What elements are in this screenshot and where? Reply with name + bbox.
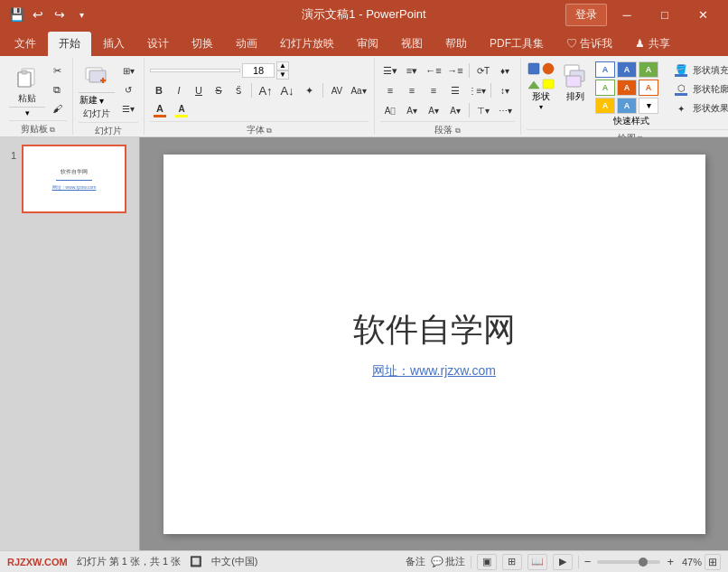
quick-style-4[interactable]: A (595, 80, 615, 96)
increase-indent[interactable]: →≡ (445, 61, 465, 80)
change-case-button[interactable]: Aa▾ (349, 81, 369, 99)
slide-main-title[interactable]: 软件自学网 (353, 308, 516, 352)
layout-button[interactable]: ⊞▾ (118, 61, 138, 80)
quick-style-7[interactable]: A (595, 98, 615, 114)
shapes-button[interactable]: 形状 ▾ (527, 61, 555, 111)
slide-preview-1[interactable]: 软件自学网 网址：www.rjzxw.com (22, 145, 126, 213)
paste-dropdown[interactable]: ▾ (9, 107, 45, 118)
align-left[interactable]: ≡ (380, 81, 400, 99)
font-size-decrease2[interactable]: A↓ (277, 81, 297, 99)
tab-home[interactable]: 开始 (48, 32, 91, 56)
font-size-decrease[interactable]: ▼ (276, 70, 289, 80)
tab-tell-me[interactable]: ♡ 告诉我 (555, 32, 623, 56)
italic-button[interactable]: I (170, 81, 188, 99)
columns-button[interactable]: ⋮≡▾ (467, 81, 487, 99)
shape-fill-button[interactable]: 🪣 (671, 61, 691, 80)
font-size-increase2[interactable]: A↑ (256, 81, 275, 99)
quick-style-8[interactable]: A (617, 98, 637, 114)
tab-file[interactable]: 文件 (4, 32, 47, 56)
paste-button[interactable]: 粘贴 (9, 61, 45, 107)
char-spacing-button[interactable]: AV (327, 81, 347, 99)
zoom-slider[interactable] (597, 560, 660, 564)
cut-button[interactable]: ✂ (47, 61, 67, 80)
language-indicator[interactable]: 中文(中国) (211, 555, 257, 568)
zoom-in-button[interactable]: + (667, 555, 674, 568)
quick-style-2[interactable]: A (617, 61, 637, 78)
slide-sorter-button[interactable]: ⊞ (502, 554, 522, 570)
zoom-out-button[interactable]: − (584, 555, 592, 568)
section-button[interactable]: ☰▾ (118, 99, 138, 117)
customize-qat-icon[interactable]: ▾ (72, 5, 90, 23)
font-name-input[interactable] (150, 69, 240, 72)
slideshow-button[interactable]: ▶ (553, 554, 573, 570)
text-direction-button[interactable]: ⟳T (473, 61, 493, 80)
tab-slideshow[interactable]: 幻灯片放映 (269, 32, 345, 56)
text-outline[interactable]: A▾ (424, 101, 443, 119)
decrease-indent[interactable]: ←≡ (424, 61, 443, 80)
save-icon[interactable]: 💾 (7, 5, 25, 23)
align-right[interactable]: ≡ (424, 81, 443, 99)
normal-view-button[interactable]: ▣ (477, 554, 497, 570)
shape-outline-button[interactable]: ⬡ (671, 80, 691, 98)
undo-icon[interactable]: ↩ (29, 5, 47, 23)
copy-button[interactable]: ⧉ (47, 80, 67, 98)
font-color-button[interactable]: A (150, 101, 170, 119)
tab-pdf[interactable]: PDF工具集 (479, 32, 555, 56)
strikethrough-button[interactable]: S (210, 81, 228, 99)
slide-main-subtitle[interactable]: 网址：www.rjzxw.com (372, 363, 496, 380)
arrange-button[interactable]: 排列 (561, 61, 590, 103)
underline-button[interactable]: U (190, 81, 208, 99)
redo-icon[interactable]: ↪ (51, 5, 69, 23)
tab-animations[interactable]: 动画 (225, 32, 268, 56)
tab-review[interactable]: 审阅 (346, 32, 389, 56)
tab-help[interactable]: 帮助 (434, 32, 478, 56)
zoom-level[interactable]: 47% (677, 557, 702, 567)
notes-button[interactable]: 备注 (406, 555, 425, 568)
quick-style-more[interactable]: ▾ (639, 98, 658, 114)
login-button[interactable]: 登录 (565, 4, 607, 26)
quick-style-3[interactable]: A (639, 61, 658, 78)
font-size-increase[interactable]: ▲ (276, 61, 289, 70)
text-effect2[interactable]: A▾ (445, 101, 465, 119)
justify[interactable]: ☰ (445, 81, 465, 99)
fit-slide-button[interactable]: ⊞ (705, 554, 721, 570)
close-button[interactable]: ✕ (685, 1, 721, 28)
quick-style-1[interactable]: A (595, 61, 615, 78)
align-center[interactable]: ≡ (402, 81, 422, 99)
slide-thumbnail-1[interactable]: 1 软件自学网 网址：www.rjzxw.com (4, 145, 135, 213)
align-text[interactable]: ⊤▾ (473, 101, 493, 119)
line-spacing[interactable]: ↕▾ (495, 81, 515, 99)
zoom-thumb[interactable] (639, 558, 648, 567)
reading-view-button[interactable]: 📖 (527, 554, 547, 570)
bullets-button[interactable]: ☰▾ (380, 61, 400, 80)
highlight-color-button[interactable]: A (172, 101, 191, 119)
text-shadow2[interactable]: A⌷ (380, 101, 400, 119)
clear-format-button[interactable]: ✦ (299, 81, 319, 99)
format-painter-button[interactable]: 🖌 (47, 99, 67, 117)
minimize-button[interactable]: ─ (609, 1, 645, 28)
quick-style-6[interactable]: A (639, 80, 658, 96)
comments-button[interactable]: 💬批注 (431, 555, 465, 568)
slide-canvas[interactable]: 软件自学网 网址：www.rjzxw.com (163, 155, 705, 534)
tab-view[interactable]: 视图 (390, 32, 434, 56)
bold-button[interactable]: B (150, 81, 168, 99)
numbering-button[interactable]: ≡▾ (402, 61, 422, 80)
clipboard-label: 剪贴板 ⧉ (9, 120, 67, 137)
reset-button[interactable]: ↺ (118, 80, 138, 98)
tab-design[interactable]: 设计 (136, 32, 180, 56)
tab-share[interactable]: ♟ 共享 (624, 32, 680, 56)
convert-smartart[interactable]: ♦▾ (495, 61, 515, 80)
tab-transitions[interactable]: 切换 (181, 32, 224, 56)
text-fill[interactable]: A▾ (402, 101, 422, 119)
shadow-button[interactable]: S̈ (229, 81, 247, 99)
new-slide-top[interactable] (79, 61, 115, 92)
smartart-convert[interactable]: ⋯▾ (495, 101, 515, 119)
shape-effects-button[interactable]: ✦ (671, 99, 691, 117)
font-size-input[interactable]: 18 (242, 63, 275, 78)
quick-style-5[interactable]: A (617, 80, 637, 96)
accessibility-icon[interactable]: 🔲 (190, 556, 202, 567)
canvas-area[interactable]: 软件自学网 网址：www.rjzxw.com (140, 137, 728, 550)
tab-insert[interactable]: 插入 (92, 32, 135, 56)
restore-button[interactable]: □ (647, 1, 683, 28)
new-slide-dropdown[interactable]: 新建▾ (79, 92, 115, 108)
